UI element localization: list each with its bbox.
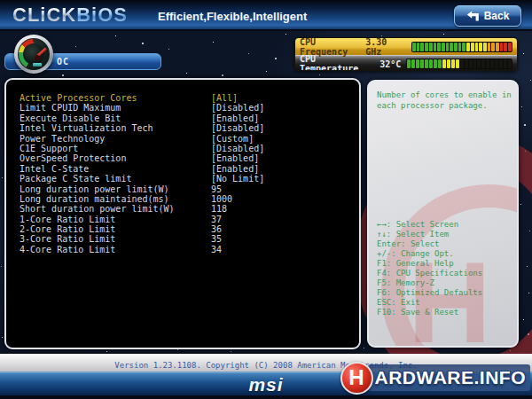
setting-row[interactable]: Limit CPUID Maximum [Disabled]: [6, 103, 359, 113]
setting-label: Intel C-State: [20, 164, 89, 174]
setting-value: [Disabled]: [211, 144, 264, 153]
setting-row[interactable]: Intel Virtualization Tech [Disabled]: [6, 123, 359, 133]
setting-value: 37: [211, 215, 222, 224]
hardware-info-h-badge: H: [340, 362, 373, 395]
setting-row[interactable]: OverSpeed Protection [Enabled]: [6, 153, 359, 163]
back-button[interactable]: Back: [454, 5, 521, 27]
setting-label: Limit CPUID Maximum: [20, 103, 121, 113]
tagline: Efficient,Flexible,Intelligent: [158, 10, 307, 23]
setting-row[interactable]: Intel C-State [Enabled]: [6, 164, 359, 174]
setting-value: 95: [211, 184, 222, 194]
setting-row[interactable]: Execute Disable Bit [Enabled]: [6, 113, 359, 123]
gauge-bar: [411, 42, 512, 52]
key-hint-item: F5: Memory-Z: [377, 278, 482, 288]
setting-value: 34: [211, 245, 222, 254]
hardware-info-watermark: H ARDWARE.INFO: [340, 361, 531, 395]
key-hints-list: ←→: Select Screen↑↓: Select ItemEnter: S…: [377, 220, 482, 317]
setting-row[interactable]: Long duration maintained(ms) 1000: [6, 194, 359, 204]
gauge-row: CPU Temperature 32°C: [295, 55, 517, 71]
setting-row[interactable]: Long duration power limit(W) 95: [6, 184, 359, 194]
hardware-info-watermark-text: ARDWARE.INFO: [368, 364, 531, 391]
oc-gauge-icon[interactable]: [14, 35, 53, 74]
setting-value: 35: [211, 234, 222, 244]
key-hint-item: F4: CPU Specifications: [377, 269, 482, 278]
setting-row[interactable]: Active Processor Cores [All]: [6, 93, 359, 103]
oc-gauge-icon-face: [18, 38, 50, 70]
setting-label: 1-Core Ratio Limit: [20, 215, 115, 224]
setting-label: Intel Virtualization Tech: [20, 123, 153, 133]
setting-value: 36: [211, 224, 222, 234]
back-button-label: Back: [484, 10, 510, 22]
settings-list: Active Processor Cores [All] Limit CPUID…: [6, 80, 359, 254]
setting-row[interactable]: Package C State limit [No Limit]: [6, 174, 359, 184]
setting-label: 4-Core Ratio Limit: [20, 245, 115, 254]
setting-label: Package C State limit: [20, 174, 131, 184]
setting-value: [All]: [211, 93, 238, 103]
top-bar: CLiCKBiOS Efficient,Flexible,Intelligent…: [0, 0, 532, 31]
setting-value: [No Limit]: [211, 174, 264, 184]
tab-oc-label: OC: [57, 54, 69, 69]
setting-row[interactable]: Power Technology [Custom]: [6, 134, 359, 144]
gauge-label: CPU Temperature: [300, 54, 379, 71]
gauge-row: CPU Frequency 3.30 GHz: [295, 38, 517, 55]
help-panel: Number of cores to enable in each proces…: [367, 80, 519, 348]
key-hint-item: Enter: Select: [377, 239, 482, 249]
bios-screen: CLiCKBiOS Efficient,Flexible,Intelligent…: [0, 0, 532, 399]
setting-label: Power Technology: [20, 134, 105, 144]
key-hint-item: +/-: Change Opt.: [377, 249, 482, 259]
back-arrow-icon: [466, 11, 480, 21]
key-hint-item: F1: General Help: [377, 259, 482, 269]
settings-panel: Active Processor Cores [All] Limit CPUID…: [4, 78, 361, 349]
setting-label: Long duration maintained(ms): [20, 194, 169, 204]
setting-label: OverSpeed Protection: [20, 153, 126, 163]
clickbios-logo: CLiCKBiOS: [12, 4, 128, 27]
key-hint-item: ←→: Select Screen: [377, 220, 482, 230]
hardware-monitor-panel: CPU Frequency 3.30 GHz CPU Temperature 3…: [294, 37, 518, 71]
setting-row[interactable]: 3-Core Ratio Limit 35: [6, 234, 359, 244]
key-hint-item: F10: Save & Reset: [377, 308, 482, 317]
setting-row[interactable]: 4-Core Ratio Limit 34: [6, 245, 359, 254]
setting-value: 1000: [211, 194, 232, 204]
setting-row[interactable]: Short duration power limit(W) 118: [6, 204, 359, 214]
setting-label: C1E Support: [20, 144, 78, 153]
help-text: Number of cores to enable in each proces…: [377, 90, 512, 111]
setting-value: [Custom]: [211, 134, 254, 144]
setting-label: Execute Disable Bit: [20, 113, 121, 123]
setting-label: Short duration power limit(W): [20, 204, 175, 214]
gauge-value: 32°C: [379, 59, 401, 69]
setting-value: 118: [211, 204, 227, 214]
key-hint-item: ESC: Exit: [377, 298, 482, 308]
setting-value: [Enabled]: [211, 113, 259, 123]
bottom-strip: [0, 395, 532, 399]
setting-value: [Enabled]: [211, 153, 259, 163]
setting-row[interactable]: 2-Core Ratio Limit 36: [6, 224, 359, 234]
setting-row[interactable]: 1-Core Ratio Limit 37: [6, 215, 359, 224]
clickbios-logo-bios: BiOS: [76, 4, 128, 27]
setting-label: 3-Core Ratio Limit: [20, 234, 115, 244]
setting-value: [Disabled]: [211, 103, 264, 113]
setting-label: 2-Core Ratio Limit: [20, 224, 115, 234]
key-hint-item: ↑↓: Select Item: [377, 230, 482, 239]
clickbios-logo-click: CLiCK: [12, 4, 76, 27]
setting-label: Active Processor Cores: [20, 93, 137, 103]
key-hint-item: F6: Optimized Defaults: [377, 288, 482, 298]
setting-label: Long duration power limit(W): [20, 184, 169, 194]
setting-value: [Enabled]: [211, 164, 259, 174]
setting-row[interactable]: C1E Support [Disabled]: [6, 144, 359, 153]
gauge-bar: [406, 59, 512, 69]
setting-value: [Disabled]: [211, 123, 264, 133]
